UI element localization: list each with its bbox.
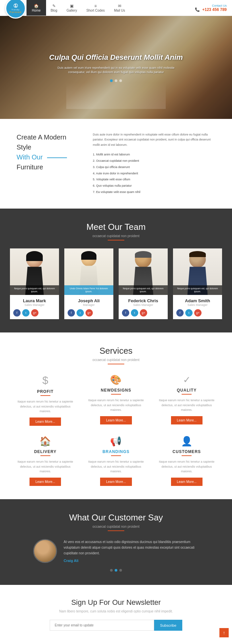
- hero-dot-3[interactable]: [119, 79, 122, 82]
- hero-title: Culpa Qui Officia Deserunt Mollit Anim: [49, 53, 183, 62]
- newsletter-form: Subscribe: [50, 620, 182, 631]
- twitter-icon-3[interactable]: t: [131, 309, 138, 317]
- newsletter-desc: Nam libero tempore, cum soluta nobis est…: [27, 609, 205, 613]
- hero-description: Duis autem vel eum iriure reprehenderit …: [56, 66, 176, 75]
- team-name-4: Adam Smith: [176, 298, 219, 303]
- hero-dot-2[interactable]: [115, 79, 117, 82]
- blog-icon: ✎: [52, 4, 56, 8]
- intro-title: Create A Modern Style With Our Furniture: [17, 132, 83, 172]
- twitter-icon-2[interactable]: t: [77, 309, 84, 317]
- customers-desc: Itaque earum rerum hic tenetur a sapient…: [158, 459, 215, 474]
- intro-section: Create A Modern Style With Our Furniture…: [0, 119, 232, 209]
- hero-section: Culpa Qui Officia Deserunt Mollit Anim D…: [0, 16, 232, 119]
- services-title: Services: [13, 346, 219, 356]
- mailus-icon: ✉: [118, 4, 121, 8]
- brandings-divider: [111, 455, 121, 456]
- newdesigns-icon: 🎨: [87, 374, 145, 385]
- hero-dot-1[interactable]: [110, 79, 113, 82]
- facebook-icon-2[interactable]: f: [68, 309, 75, 317]
- newsletter-section: Sign Up For Our Newsletter Nam libero te…: [0, 585, 232, 644]
- t-dot-2[interactable]: [115, 569, 117, 572]
- customers-divider: [182, 455, 192, 456]
- brandings-desc: Itaque earum rerum hic tenetur a sapient…: [87, 459, 145, 474]
- team-overlay-4: Neque porro quisquam est, qui dolorem ip…: [173, 285, 222, 295]
- testimonial-quote: At vero eos et accusamus et iusto odio d…: [64, 539, 199, 556]
- intro-highlight: With Our: [17, 153, 43, 161]
- hero-content: Culpa Qui Officia Deserunt Mollit Anim D…: [29, 53, 203, 82]
- t-dot-3[interactable]: [119, 569, 122, 572]
- logo-number: ①: [13, 3, 18, 9]
- contact-phone: 📞 +123 456 789: [195, 7, 227, 12]
- facebook-icon-3[interactable]: f: [122, 309, 129, 317]
- nav-item-shortcodes[interactable]: ≡ Short Codes: [82, 0, 109, 16]
- newsletter-email-input[interactable]: [50, 620, 154, 631]
- googleplus-icon-4[interactable]: g+: [194, 309, 202, 317]
- twitter-icon-4[interactable]: t: [185, 309, 193, 317]
- list-item: 5. Voluptate velit esse cillum: [93, 176, 215, 183]
- team-socials-1: f t g+: [13, 309, 56, 317]
- nav-item-blog[interactable]: ✎ Blog: [46, 0, 62, 16]
- t-dot-1[interactable]: [110, 569, 113, 572]
- newdesigns-learn-more[interactable]: Learn More...: [100, 416, 132, 424]
- brandings-learn-more[interactable]: Learn More...: [100, 478, 132, 486]
- quality-learn-more[interactable]: Learn More...: [171, 416, 203, 424]
- intro-para: Duis aute irure dolor in reprehenderit i…: [93, 132, 215, 147]
- facebook-icon-1[interactable]: f: [13, 309, 21, 317]
- testimonial-avatar: [33, 539, 57, 563]
- intro-list: 1. Mollit anim id est laborum 2. Occaeca…: [93, 151, 215, 195]
- service-quality: ✓ QUALITY Itaque earum rerum hic tenetur…: [155, 374, 219, 426]
- team-info-2: Joseph Ali Manager f t g+: [64, 295, 113, 319]
- team-role-2: Manager: [68, 303, 110, 307]
- newdesigns-desc: Itaque earum rerum hic tenetur a sapient…: [87, 398, 145, 412]
- list-item: 1. Mollit anim id est laborum: [93, 151, 215, 158]
- team-photo-4: Neque porro quisquam est, qui dolorem ip…: [173, 248, 222, 295]
- testimonials-subtitle: occaecat cupidatat non proident: [20, 525, 212, 528]
- nav-item-mailus[interactable]: ✉ Mail Us: [109, 0, 130, 16]
- home-icon: 🏠: [34, 4, 39, 8]
- facebook-icon-4[interactable]: f: [176, 309, 184, 317]
- team-card-3: Neque porro quisquam est, qui dolorem ip…: [119, 248, 168, 319]
- nav-gallery-label: Gallery: [67, 9, 77, 12]
- newsletter-title: Sign Up For Our Newsletter: [27, 598, 205, 607]
- twitter-icon-1[interactable]: t: [22, 309, 29, 317]
- list-item: 3. Culpa qui officia deserunt: [93, 164, 215, 170]
- nav-contact: Contact Us 📞 +123 456 789: [195, 4, 227, 12]
- team-divider: [108, 240, 124, 240]
- team-overlay-2: Undo Omnis Istam Ferre Yui dolorem ipsum…: [64, 285, 113, 295]
- team-grid: Neque porro quisquam est, qui dolorem ip…: [10, 248, 222, 319]
- list-item: 7. Ea voluptate velit esse quam nihil: [93, 189, 215, 195]
- scroll-to-top-button[interactable]: ↑: [219, 628, 229, 637]
- delivery-name: DELIVERY: [17, 449, 74, 454]
- team-info-1: Laura Mark Sales Manager f t g+: [10, 295, 59, 319]
- intro-left: Create A Modern Style With Our Furniture: [17, 132, 83, 195]
- scroll-up-icon: ↑: [223, 630, 225, 635]
- hero-dots: [49, 79, 183, 82]
- team-socials-3: f t g+: [122, 309, 164, 317]
- nav-mailus-label: Mail Us: [114, 9, 125, 12]
- team-title: Meet Our Team: [10, 222, 222, 232]
- profit-divider: [40, 395, 50, 396]
- nav-item-gallery[interactable]: ▣ Gallery: [62, 0, 82, 16]
- profit-learn-more[interactable]: Learn More...: [29, 417, 61, 426]
- testimonial-author: Craig Ali: [64, 559, 199, 563]
- nav-shortcodes-label: Short Codes: [86, 9, 105, 12]
- googleplus-icon-1[interactable]: g+: [31, 309, 38, 317]
- team-overlay-1: Neque porro quisquam est, qui dolorem ip…: [10, 285, 59, 295]
- customers-learn-more[interactable]: Learn More...: [171, 478, 203, 486]
- newsletter-subscribe-button[interactable]: Subscribe: [154, 620, 182, 631]
- nav-item-home[interactable]: 🏠 Home: [27, 0, 46, 16]
- intro-right: Duis aute irure dolor in reprehenderit i…: [93, 132, 215, 195]
- quality-desc: Itaque earum rerum hic tenetur a sapient…: [158, 398, 215, 412]
- delivery-learn-more[interactable]: Learn More...: [29, 478, 61, 486]
- testimonials-divider: [108, 530, 124, 531]
- team-role-4: Sales Manager: [176, 303, 219, 307]
- googleplus-icon-2[interactable]: g+: [86, 309, 93, 317]
- newdesigns-name: NEWDESIGNS: [87, 388, 145, 393]
- quality-icon: ✓: [158, 374, 215, 385]
- team-socials-2: f t g+: [68, 309, 110, 317]
- services-grid: $ PROFIT Itaque earum rerum hic tenetur …: [13, 374, 219, 486]
- list-item: 2. Occaecat cupidatat non proident: [93, 158, 215, 164]
- googleplus-icon-3[interactable]: g+: [140, 309, 147, 317]
- gallery-icon: ▣: [70, 4, 74, 8]
- contact-label: Contact Us: [195, 4, 227, 7]
